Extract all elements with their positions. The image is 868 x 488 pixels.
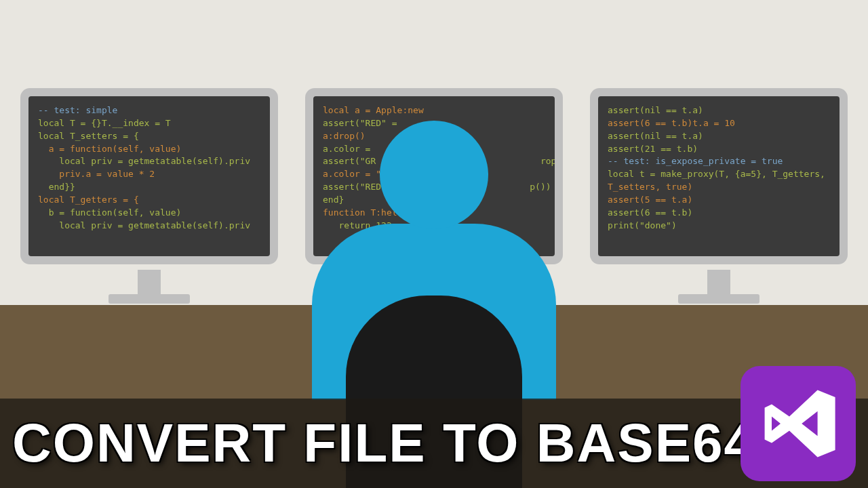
monitor-right: assert(nil == t.a)assert(6 == t.b)t.a = … <box>590 88 848 278</box>
person-head <box>380 121 488 229</box>
visual-studio-icon <box>741 366 856 481</box>
banner-title: CONVERT FILE TO BASE64 <box>12 412 755 474</box>
title-banner: CONVERT FILE TO BASE64 <box>0 399 868 488</box>
screen-right: assert(nil == t.a)assert(6 == t.b)t.a = … <box>598 96 840 256</box>
screen-left: -- test: simplelocal T = {}T.__index = T… <box>28 96 270 256</box>
monitor-left: -- test: simplelocal T = {}T.__index = T… <box>20 88 278 278</box>
